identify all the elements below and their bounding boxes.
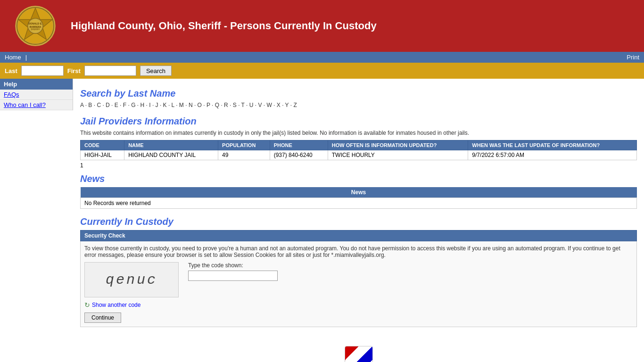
search-button[interactable]: Search (140, 66, 172, 76)
captcha-text: qenuc (106, 272, 157, 288)
title-area: Highland County, Ohio, Sheriff - Persons… (66, 20, 639, 32)
nav-separator: | (25, 54, 27, 61)
alpha-i[interactable]: I (149, 102, 150, 108)
first-label: First (67, 67, 81, 74)
alpha-q[interactable]: Q (215, 102, 219, 108)
news-no-records: No Records were returned (81, 198, 637, 209)
alpha-g[interactable]: G (131, 102, 135, 108)
alpha-v[interactable]: V (258, 102, 262, 108)
table-count: 1 (80, 162, 637, 169)
security-check-text: To view those currently in custody, you … (84, 245, 633, 258)
sheriff-badge-icon: DONALD E. BARRERA SHERIFF (14, 5, 57, 47)
security-check-header: Security Check (80, 230, 637, 241)
alpha-f[interactable]: F (123, 102, 126, 108)
logo-area: DONALD E. BARRERA SHERIFF (5, 5, 66, 47)
continue-button[interactable]: Continue (84, 313, 121, 323)
cell-code: HIGH-JAIL (81, 150, 124, 160)
svg-text:DONALD E.: DONALD E. (28, 22, 42, 25)
nav-bar: Home | Print (0, 52, 644, 63)
last-name-input[interactable] (21, 66, 64, 76)
news-table-header: News (81, 187, 637, 198)
alpha-m[interactable]: M (179, 102, 184, 108)
col-population: POPULATION (218, 140, 270, 150)
alpha-a[interactable]: A (80, 102, 83, 108)
show-another-code-link[interactable]: ↻ Show another code (84, 301, 633, 309)
print-link[interactable]: Print (627, 54, 639, 61)
col-update-freq: HOW OFTEN IS INFORMATION UPDATED? (328, 140, 468, 150)
col-code: CODE (81, 140, 124, 150)
providers-description: This website contains information on inm… (80, 130, 637, 136)
cell-name: HIGHLAND COUNTY JAIL (124, 150, 218, 160)
svg-text:SHERIFF: SHERIFF (31, 28, 40, 31)
table-row: HIGH-JAIL HIGHLAND COUNTY JAIL 49 (937) … (81, 150, 637, 160)
cell-last-update: 9/7/2022 6:57:00 AM (468, 150, 637, 160)
news-row: No Records were returned (81, 198, 637, 209)
alpha-j[interactable]: J (156, 102, 158, 108)
captcha-label: Type the code shown: (188, 262, 278, 269)
col-last-update: WHEN WAS THE LAST UPDATE OF INFORMATION? (468, 140, 637, 150)
cell-phone: (937) 840-6240 (270, 150, 328, 160)
montgomery-logo-icon: MONTGOMERYCOUNTY (345, 346, 373, 362)
alpha-e[interactable]: E (115, 102, 118, 108)
show-another-label: Show another code (92, 302, 140, 308)
home-link[interactable]: Home (5, 54, 21, 61)
nav-links: Home | (5, 54, 29, 61)
layout: Help FAQs Who can I call? Search by Last… (0, 79, 644, 362)
alpha-o[interactable]: O (198, 102, 202, 108)
cell-population: 49 (218, 150, 270, 160)
col-name: NAME (124, 140, 218, 150)
alpha-p[interactable]: P (206, 102, 210, 108)
main-content: Search by Last Name A · B · C · D · E · … (73, 79, 644, 362)
alpha-x[interactable]: X (277, 102, 281, 108)
captcha-image: qenuc (84, 262, 179, 297)
refresh-icon: ↻ (84, 301, 90, 309)
alpha-u[interactable]: U (249, 102, 254, 108)
svg-text:BARRERA: BARRERA (30, 26, 41, 28)
news-section-title: News (80, 173, 637, 184)
custody-section-title: Currently In Custody (80, 216, 637, 227)
cell-update-freq: TWICE HOURLY (328, 150, 468, 160)
alpha-s[interactable]: S (233, 102, 237, 108)
sidebar-item-faqs[interactable]: FAQs (0, 90, 73, 100)
alpha-r[interactable]: R (224, 102, 228, 108)
sidebar-item-who-can-i-call[interactable]: Who can I call? (0, 100, 73, 110)
page-title: Highland County, Ohio, Sheriff - Persons… (71, 20, 639, 32)
search-bar: Last First Search (0, 63, 644, 79)
custody-section: Currently In Custody Security Check To v… (80, 216, 637, 327)
alpha-l[interactable]: L (172, 102, 174, 108)
alpha-h[interactable]: H (140, 102, 145, 108)
alpha-c[interactable]: C (97, 102, 101, 108)
alpha-w[interactable]: W (266, 102, 272, 108)
alphabet-nav: A · B · C · D · E · F · G · H · I · J · … (80, 102, 637, 108)
security-check-body: To view those currently in custody, you … (80, 241, 637, 327)
alpha-t[interactable]: T (241, 102, 245, 108)
col-phone: PHONE (270, 140, 328, 150)
alpha-b[interactable]: B (88, 102, 92, 108)
alpha-k[interactable]: K (163, 102, 167, 108)
providers-table: CODE NAME POPULATION PHONE HOW OFTEN IS … (80, 140, 637, 160)
sidebar: Help FAQs Who can I call? (0, 79, 73, 110)
page-header: DONALD E. BARRERA SHERIFF Highland Count… (0, 0, 644, 52)
search-section-title: Search by Last Name (80, 88, 637, 99)
footer-logo-area: MONTGOMERYCOUNTY (85, 346, 632, 362)
alpha-z[interactable]: Z (293, 102, 297, 108)
news-table: News No Records were returned (80, 187, 637, 209)
last-label: Last (5, 67, 17, 74)
alpha-y[interactable]: Y (285, 102, 289, 108)
captcha-area: qenuc Type the code shown: (84, 262, 633, 297)
captcha-input-area: Type the code shown: (188, 262, 278, 281)
sidebar-heading: Help (0, 79, 73, 90)
alpha-d[interactable]: D (106, 102, 110, 108)
captcha-input[interactable] (188, 271, 278, 281)
footer: MONTGOMERYCOUNTY ©2001- 2022 Board of Co… (80, 337, 637, 362)
first-name-input[interactable] (84, 66, 136, 76)
providers-section-title: Jail Providers Information (80, 116, 637, 127)
alpha-n[interactable]: N (189, 102, 193, 108)
